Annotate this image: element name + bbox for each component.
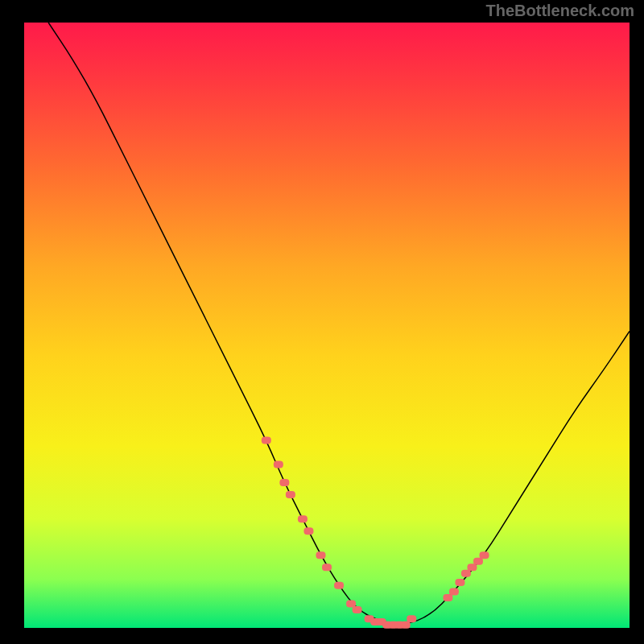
highlight-dot: [455, 579, 464, 586]
highlight-dot: [480, 551, 489, 559]
plot-background: [24, 23, 630, 628]
highlight-dot: [279, 479, 289, 486]
highlight-dot: [298, 515, 308, 522]
highlight-dot: [407, 615, 416, 622]
highlight-dot: [303, 527, 313, 535]
highlight-dot: [322, 564, 332, 571]
highlight-dot: [262, 436, 271, 444]
highlight-dot: [461, 570, 471, 577]
chart-container: [0, 0, 644, 644]
highlight-dot: [401, 621, 411, 629]
highlight-dot: [346, 600, 356, 607]
highlight-dot: [473, 558, 483, 565]
highlight-dot: [443, 594, 452, 601]
highlight-dot: [353, 606, 362, 613]
bottleneck-chart: [0, 0, 644, 644]
highlight-dot: [449, 588, 459, 595]
watermark-text: TheBottleneck.com: [486, 2, 634, 20]
highlight-dot: [274, 460, 283, 468]
highlight-dot: [316, 551, 325, 559]
highlight-dot: [467, 564, 477, 571]
highlight-dot: [286, 491, 295, 498]
highlight-dot: [334, 582, 344, 589]
